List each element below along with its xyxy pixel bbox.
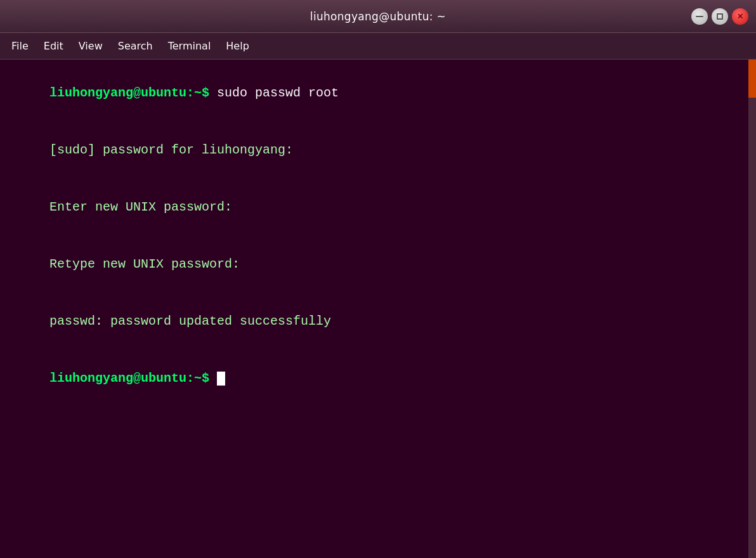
menu-bar: File Edit View Search Terminal Help [0,33,756,60]
terminal-line-3: Enter new UNIX password: [4,179,752,236]
minimize-button[interactable] [691,8,708,25]
cursor [217,372,225,386]
window-title: liuhongyang@ubuntu: ~ [254,10,501,23]
scrollbar-track[interactable] [748,60,756,558]
menu-search[interactable]: Search [112,37,159,55]
output-3: Enter new UNIX password: [49,200,232,214]
menu-edit[interactable]: Edit [37,37,70,55]
terminal-line-5: passwd: password updated successfully [4,293,752,350]
scrollbar-thumb[interactable] [748,60,756,98]
title-bar: liuhongyang@ubuntu: ~ [0,0,756,33]
prompt-1: liuhongyang@ubuntu:~$ [49,86,209,100]
command-1: sudo passwd root [209,86,339,100]
terminal-window: liuhongyang@ubuntu: ~ File Edit View Sea… [0,0,756,558]
output-5: passwd: password updated successfully [49,314,331,328]
close-button[interactable] [732,8,748,25]
output-2: [sudo] password for liuhongyang: [49,143,293,157]
terminal-line-1: liuhongyang@ubuntu:~$ sudo passwd root [4,65,752,122]
terminal-line-4: Retype new UNIX password: [4,236,752,293]
terminal-line-6: liuhongyang@ubuntu:~$ [4,350,752,407]
terminal-body[interactable]: liuhongyang@ubuntu:~$ sudo passwd root [… [0,60,756,558]
terminal-line-2: [sudo] password for liuhongyang: [4,122,752,179]
maximize-button[interactable] [712,8,728,25]
menu-file[interactable]: File [5,37,35,55]
menu-view[interactable]: View [72,37,109,55]
menu-help[interactable]: Help [219,37,255,55]
output-4: Retype new UNIX password: [49,257,240,271]
menu-terminal[interactable]: Terminal [162,37,218,55]
prompt-2: liuhongyang@ubuntu:~$ [49,371,209,386]
